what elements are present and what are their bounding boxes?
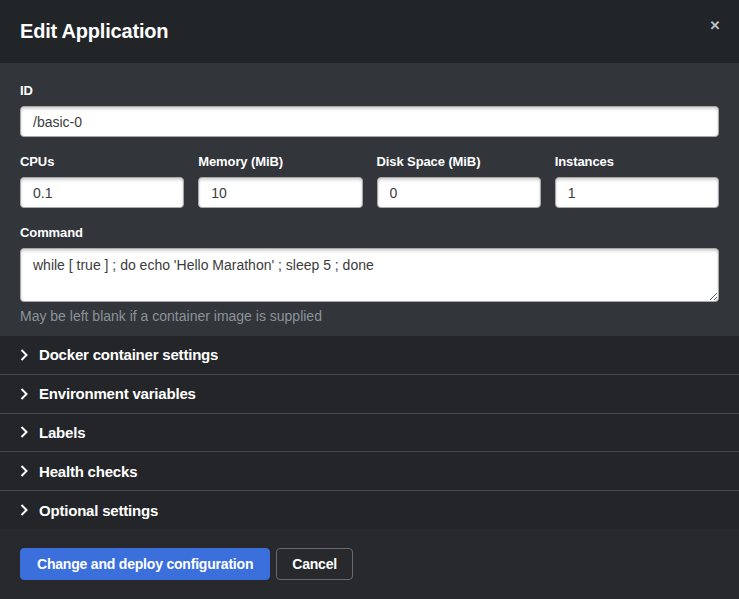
- modal-header: Edit Application ✕: [0, 0, 739, 63]
- edit-application-modal: Edit Application ✕ ID CPUs Memory (MiB) …: [0, 0, 739, 599]
- instances-input[interactable]: [555, 177, 719, 208]
- cpus-input[interactable]: [20, 177, 184, 208]
- chevron-right-icon: [20, 465, 28, 477]
- resources-row: CPUs Memory (MiB) Disk Space (MiB) Insta…: [20, 154, 719, 208]
- id-input[interactable]: [20, 106, 719, 137]
- section-environment-variables[interactable]: Environment variables: [0, 375, 739, 414]
- cancel-button[interactable]: Cancel: [276, 548, 353, 580]
- disk-input[interactable]: [377, 177, 541, 208]
- instances-field-group: Instances: [555, 154, 719, 208]
- section-health-checks[interactable]: Health checks: [0, 452, 739, 491]
- accordion: Docker container settings Environment va…: [0, 336, 739, 529]
- section-label: Health checks: [39, 463, 137, 480]
- change-and-deploy-button[interactable]: Change and deploy configuration: [20, 548, 270, 580]
- id-label: ID: [20, 83, 719, 98]
- section-labels[interactable]: Labels: [0, 414, 739, 453]
- chevron-right-icon: [20, 504, 28, 516]
- section-label: Labels: [39, 424, 85, 441]
- cpus-label: CPUs: [20, 154, 184, 169]
- cpus-field-group: CPUs: [20, 154, 184, 208]
- instances-label: Instances: [555, 154, 719, 169]
- id-field-group: ID: [20, 83, 719, 137]
- memory-field-group: Memory (MiB): [198, 154, 362, 208]
- disk-field-group: Disk Space (MiB): [377, 154, 541, 208]
- memory-input[interactable]: [198, 177, 362, 208]
- command-field-group: Command while [ true ] ; do echo 'Hello …: [20, 225, 719, 324]
- close-icon[interactable]: ✕: [705, 16, 725, 36]
- chevron-right-icon: [20, 388, 28, 400]
- section-label: Optional settings: [39, 502, 158, 519]
- memory-label: Memory (MiB): [198, 154, 362, 169]
- section-label: Docker container settings: [39, 346, 218, 363]
- disk-label: Disk Space (MiB): [377, 154, 541, 169]
- command-label: Command: [20, 225, 719, 240]
- section-docker-container-settings[interactable]: Docker container settings: [0, 336, 739, 375]
- modal-footer: Change and deploy configuration Cancel: [0, 529, 739, 599]
- chevron-right-icon: [20, 426, 28, 438]
- modal-title: Edit Application: [20, 20, 168, 43]
- section-optional-settings[interactable]: Optional settings: [0, 491, 739, 529]
- command-help-text: May be left blank if a container image i…: [20, 308, 719, 324]
- chevron-right-icon: [20, 349, 28, 361]
- form-section: ID CPUs Memory (MiB) Disk Space (MiB) In…: [0, 63, 739, 336]
- section-label: Environment variables: [39, 385, 196, 402]
- command-textarea[interactable]: while [ true ] ; do echo 'Hello Marathon…: [20, 248, 719, 302]
